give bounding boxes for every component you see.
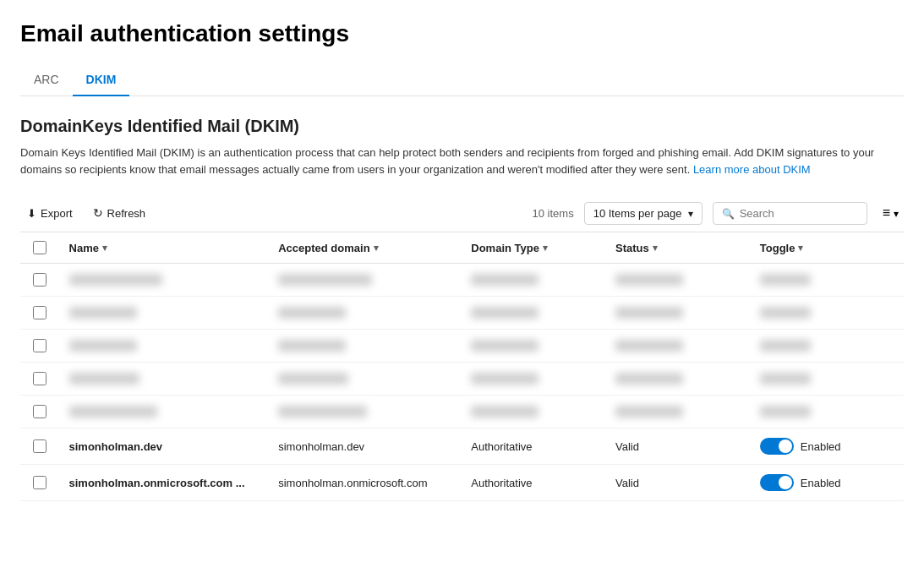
table-row: blur.redomainblur.redomainAuthoritativeD… [20,330,904,363]
row-checkbox-cell [20,297,59,330]
row-accepted-domain: blurredomain5.net [268,396,461,428]
row-domain-type: Authoritative [461,330,605,363]
row-status: Disabled [605,363,750,396]
row-toggle-cell: Enabled [750,465,904,501]
row-accepted-domain: blurredomain4 [268,363,461,396]
header-toggle[interactable]: Toggle ▾ [750,232,904,264]
row-domain-type: Authoritative [461,363,605,396]
header-status[interactable]: Status ▾ [605,232,750,264]
filter-button[interactable] [878,201,904,225]
row-checkbox-cell [20,264,59,297]
row-name: simonholman.onmicrosoft.com ... [59,465,269,501]
row-checkbox-cell [20,363,59,396]
items-per-page-select[interactable]: 10 Items per page [584,202,703,225]
row-status: Disabled [605,330,750,363]
row-checkbox-cell [20,428,59,465]
search-input[interactable] [740,207,858,220]
row-name: simonholman.dev [59,428,269,465]
table-header: Name ▾ Accepted domain ▾ Domain Type ▾ S… [20,232,904,264]
dkim-table: Name ▾ Accepted domain ▾ Domain Type ▾ S… [20,232,904,501]
section-title: DomainKeys Identified Mail (DKIM) [20,117,904,136]
header-name[interactable]: Name ▾ [59,232,269,264]
header-checkbox-col [20,232,59,264]
table-row: blurredomain4blurredomain4AuthoritativeD… [20,363,904,396]
row-name: blurredomain.email [59,264,269,297]
row-checkbox[interactable] [33,476,46,489]
row-name: blur.redomain [59,330,269,363]
domain-sort-icon: ▾ [374,243,379,254]
row-checkbox-cell [20,396,59,428]
tabs-container: ARC DKIM [20,64,904,96]
row-name: blurredomain4 [59,363,269,396]
row-toggle-cell: Toggle [750,264,904,297]
row-checkbox[interactable] [33,306,46,319]
row-accepted-domain: blurr.info [268,297,461,330]
table-row: blurredomain5.netblurredomain5.netAuthor… [20,396,904,428]
row-accepted-domain: blurredomain.email [268,264,461,297]
row-status: Valid [605,465,750,501]
toolbar-left: Export Refresh [20,202,522,224]
refresh-button[interactable]: Refresh [86,202,153,224]
row-domain-type: Authoritative [461,297,605,330]
row-toggle-cell: Enabled [750,428,904,465]
search-icon [722,207,735,220]
table-row: blurr.infoblurr.infoAuthoritativeDisable… [20,297,904,330]
toggle-switch[interactable] [760,438,794,455]
row-checkbox[interactable] [33,339,46,352]
tab-arc[interactable]: ARC [20,64,73,96]
toggle-label: Enabled [801,477,841,489]
row-accepted-domain: simonholman.onmicrosoft.com [268,465,461,501]
row-checkbox[interactable] [33,439,46,453]
filter-icon [883,205,890,221]
toolbar: Export Refresh 10 items 10 Items per pag… [20,194,904,232]
row-domain-type: Authoritative [461,465,605,501]
section-description: Domain Keys Identified Mail (DKIM) is an… [20,145,904,177]
row-toggle-cell: Toggle [750,297,904,330]
row-checkbox[interactable] [33,273,46,287]
header-accepted-domain[interactable]: Accepted domain ▾ [268,232,461,264]
learn-more-link[interactable]: Learn more about DKIM [693,163,811,176]
table-row: blurredomain.emailblurredomain.emailAuth… [20,264,904,297]
row-checkbox[interactable] [33,405,46,418]
name-sort-icon: ▾ [102,243,107,254]
download-icon [27,207,36,220]
row-status: Disabled [605,264,750,297]
items-count: 10 items [533,207,574,220]
row-domain-type: Authoritative [461,428,605,465]
chevron-down-icon [688,207,693,220]
row-checkbox-cell [20,330,59,363]
row-name: blurredomain5.net [59,396,269,428]
domain-type-sort-icon: ▾ [543,243,548,254]
select-all-checkbox[interactable] [33,241,46,254]
row-toggle-cell: Toggle [750,330,904,363]
row-accepted-domain: simonholman.dev [268,428,461,465]
row-status: Valid [605,428,750,465]
page-title: Email authentication settings [20,20,904,47]
table-body: blurredomain.emailblurredomain.emailAuth… [20,264,904,501]
header-domain-type[interactable]: Domain Type ▾ [461,232,605,264]
row-status: Disabled [605,396,750,428]
row-domain-type: Authoritative [461,264,605,297]
row-toggle-cell: Toggle [750,363,904,396]
row-name: blurr.info [59,297,269,330]
row-toggle-cell: Toggle [750,396,904,428]
toggle-label: Enabled [801,440,841,453]
search-box [713,202,867,225]
tab-dkim[interactable]: DKIM [73,64,130,96]
export-button[interactable]: Export [20,203,79,224]
row-checkbox-cell [20,465,59,501]
row-accepted-domain: blur.redomain [268,330,461,363]
toggle-switch[interactable] [760,474,794,491]
row-domain-type: Authoritative [461,396,605,428]
table-row: simonholman.devsimonholman.devAuthoritat… [20,428,904,465]
toggle-sort-icon: ▾ [798,243,803,254]
row-status: Disabled [605,297,750,330]
status-sort-icon: ▾ [653,243,658,254]
refresh-icon [93,206,103,220]
table-row: simonholman.onmicrosoft.com ...simonholm… [20,465,904,501]
filter-chevron-icon [894,207,899,220]
row-checkbox[interactable] [33,372,46,385]
toolbar-right: 10 items 10 Items per page [533,201,904,225]
